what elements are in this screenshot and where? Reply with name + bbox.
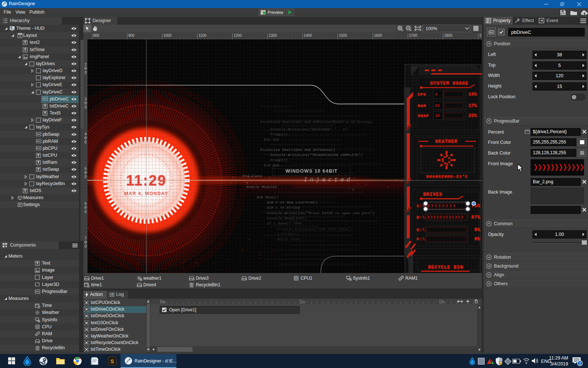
svg-text:1400: 1400 bbox=[304, 33, 312, 38]
svg-text:4: 4 bbox=[85, 132, 87, 136]
svg-text:1000: 1000 bbox=[164, 33, 172, 38]
svg-text:0: 0 bbox=[85, 206, 87, 210]
svg-text:1: 1 bbox=[579, 361, 581, 365]
svg-text:2s: 2s bbox=[441, 300, 445, 304]
svg-text:0: 0 bbox=[85, 240, 87, 244]
svg-text:800: 800 bbox=[93, 33, 100, 38]
svg-text:0: 0 bbox=[85, 101, 87, 105]
svg-text:0: 0 bbox=[85, 67, 87, 71]
svg-text:1500: 1500 bbox=[339, 33, 347, 38]
svg-text:1s: 1s bbox=[301, 300, 305, 304]
svg-text:1700: 1700 bbox=[409, 33, 417, 38]
svg-text:!: ! bbox=[500, 362, 501, 365]
svg-text:2: 2 bbox=[85, 63, 87, 67]
svg-text:1100: 1100 bbox=[198, 33, 207, 38]
svg-text:0: 0 bbox=[85, 210, 87, 214]
svg-text:0: 0 bbox=[85, 171, 87, 175]
svg-text:0: 0 bbox=[85, 244, 87, 248]
svg-text:100%: 100% bbox=[426, 26, 437, 31]
svg-text:1300: 1300 bbox=[269, 33, 277, 38]
svg-text:S: S bbox=[111, 358, 114, 364]
svg-text:0: 0 bbox=[85, 71, 87, 75]
svg-text:3: 3 bbox=[85, 97, 87, 101]
svg-text:1900: 1900 bbox=[479, 33, 482, 38]
svg-text:1800: 1800 bbox=[444, 33, 453, 38]
svg-text:1600: 1600 bbox=[374, 33, 383, 38]
svg-text:Open [Drive1]: Open [Drive1] bbox=[169, 307, 196, 312]
svg-text:7: 7 bbox=[85, 236, 87, 240]
svg-text:0s: 0s bbox=[161, 300, 165, 304]
svg-text:900: 900 bbox=[128, 33, 135, 38]
svg-text:0: 0 bbox=[85, 105, 87, 109]
svg-text:1200: 1200 bbox=[234, 33, 242, 38]
svg-text:5: 5 bbox=[85, 167, 87, 171]
svg-text:0: 0 bbox=[85, 136, 87, 140]
svg-text:A: A bbox=[87, 20, 89, 23]
svg-text:0: 0 bbox=[85, 175, 87, 179]
svg-text:6: 6 bbox=[85, 202, 87, 206]
svg-text:0: 0 bbox=[85, 140, 87, 144]
